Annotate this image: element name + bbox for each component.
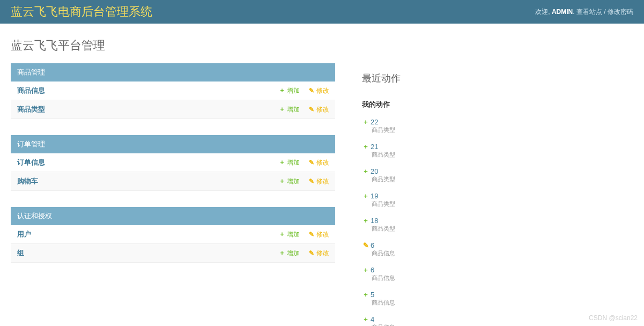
model-link[interactable]: 订单信息 bbox=[17, 158, 45, 166]
change-action: ✎修改 bbox=[306, 82, 335, 100]
plus-icon: + bbox=[278, 249, 286, 257]
model-actions: +增加✎修改 bbox=[276, 154, 335, 172]
plus-icon: + bbox=[362, 315, 369, 323]
recent-actions-subtitle: 我的动作 bbox=[351, 93, 633, 115]
model-name-cell: 组 bbox=[11, 244, 276, 262]
recent-action-link[interactable]: 22 bbox=[371, 118, 378, 126]
model-link[interactable]: 用户 bbox=[17, 230, 31, 238]
model-name-cell: 购物车 bbox=[11, 172, 276, 190]
change-action: ✎修改 bbox=[306, 101, 335, 118]
model-link[interactable]: 组 bbox=[17, 249, 24, 257]
main-column: 商品管理商品信息+增加✎修改商品类型+增加✎修改订单管理订单信息+增加✎修改购物… bbox=[11, 63, 335, 279]
change-link[interactable]: ✎修改 bbox=[308, 87, 329, 94]
recent-action-item: +21商品类型 bbox=[362, 139, 623, 164]
recent-action-link[interactable]: 18 bbox=[371, 217, 378, 225]
add-action: +增加 bbox=[276, 101, 306, 118]
recent-action-type: 商品信息 bbox=[362, 323, 623, 326]
pencil-icon: ✎ bbox=[308, 106, 315, 113]
plus-icon: + bbox=[278, 231, 286, 238]
plus-icon: + bbox=[362, 217, 369, 225]
recent-action-link[interactable]: 5 bbox=[371, 291, 374, 299]
change-action: ✎修改 bbox=[306, 173, 335, 190]
model-row: 组+增加✎修改 bbox=[11, 244, 335, 263]
brand-link[interactable]: 蓝云飞飞电商后台管理系统 bbox=[11, 4, 152, 20]
recent-action-item: +18商品类型 bbox=[362, 213, 623, 238]
recent-action-link[interactable]: 19 bbox=[371, 192, 378, 200]
change-link[interactable]: ✎修改 bbox=[308, 177, 329, 185]
recent-action-line1: +19 bbox=[362, 192, 623, 200]
change-password-link[interactable]: 修改密码 bbox=[608, 8, 633, 16]
pencil-icon: ✎ bbox=[308, 177, 315, 185]
recent-actions-list: +22商品类型+21商品类型+20商品类型+19商品类型+18商品类型✎6商品信… bbox=[351, 115, 633, 326]
add-link[interactable]: +增加 bbox=[278, 87, 300, 94]
user-links: 欢迎, ADMIN. 查看站点 / 修改密码 bbox=[535, 8, 633, 17]
recent-action-line1: +22 bbox=[362, 118, 623, 126]
add-action: +增加 bbox=[276, 244, 306, 262]
pencil-icon: ✎ bbox=[308, 87, 315, 94]
recent-action-item: +5商品信息 bbox=[362, 287, 623, 312]
pencil-icon: ✎ bbox=[308, 231, 315, 238]
plus-icon: + bbox=[278, 87, 286, 94]
recent-action-type: 商品类型 bbox=[362, 200, 623, 208]
recent-action-type: 商品类型 bbox=[362, 175, 623, 183]
recent-action-type: 商品信息 bbox=[362, 249, 623, 257]
recent-action-item: +22商品类型 bbox=[362, 115, 623, 139]
app-caption-link[interactable]: 订单管理 bbox=[17, 140, 45, 148]
model-name-cell: 用户 bbox=[11, 225, 276, 243]
change-action: ✎修改 bbox=[306, 226, 335, 243]
welcome-text: 欢迎, bbox=[535, 8, 550, 16]
recent-action-type: 商品类型 bbox=[362, 225, 623, 233]
link-sep: / bbox=[604, 8, 605, 16]
view-site-link[interactable]: 查看站点 bbox=[576, 8, 602, 16]
model-actions: +增加✎修改 bbox=[276, 173, 335, 190]
app-caption: 认证和授权 bbox=[11, 207, 335, 225]
pencil-icon: ✎ bbox=[308, 249, 315, 257]
recent-action-link[interactable]: 4 bbox=[371, 315, 374, 323]
add-action: +增加 bbox=[276, 82, 306, 100]
change-link[interactable]: ✎修改 bbox=[308, 159, 329, 166]
add-link[interactable]: +增加 bbox=[278, 159, 300, 166]
app-caption-link[interactable]: 认证和授权 bbox=[17, 212, 52, 220]
app-module: 认证和授权用户+增加✎修改组+增加✎修改 bbox=[11, 207, 335, 263]
recent-action-link[interactable]: 21 bbox=[371, 143, 378, 151]
recent-action-item: ✎6商品信息 bbox=[362, 238, 623, 263]
plus-icon: + bbox=[278, 177, 286, 185]
recent-action-line1: ✎6 bbox=[362, 241, 623, 249]
recent-action-item: +6商品信息 bbox=[362, 263, 623, 287]
recent-action-link[interactable]: 6 bbox=[371, 266, 374, 274]
model-row: 购物车+增加✎修改 bbox=[11, 172, 335, 191]
model-actions: +增加✎修改 bbox=[276, 226, 335, 243]
recent-action-link[interactable]: 20 bbox=[371, 167, 378, 175]
model-actions: +增加✎修改 bbox=[276, 101, 335, 118]
change-link[interactable]: ✎修改 bbox=[308, 249, 329, 257]
plus-icon: + bbox=[362, 266, 369, 274]
add-action: +增加 bbox=[276, 154, 306, 172]
plus-icon: + bbox=[278, 106, 286, 113]
model-name-cell: 商品信息 bbox=[11, 82, 276, 100]
add-link[interactable]: +增加 bbox=[278, 249, 300, 257]
pencil-icon: ✎ bbox=[362, 241, 369, 249]
add-link[interactable]: +增加 bbox=[278, 106, 300, 113]
model-link[interactable]: 购物车 bbox=[17, 177, 38, 185]
change-link[interactable]: ✎修改 bbox=[308, 106, 329, 113]
model-actions: +增加✎修改 bbox=[276, 82, 335, 100]
change-link[interactable]: ✎修改 bbox=[308, 231, 329, 238]
app-caption: 订单管理 bbox=[11, 135, 335, 153]
add-link[interactable]: +增加 bbox=[278, 177, 300, 185]
app-caption: 商品管理 bbox=[11, 63, 335, 82]
plus-icon: + bbox=[362, 291, 369, 299]
add-link[interactable]: +增加 bbox=[278, 231, 300, 238]
plus-icon: + bbox=[362, 143, 369, 151]
app-caption-link[interactable]: 商品管理 bbox=[17, 68, 45, 76]
model-row: 商品类型+增加✎修改 bbox=[11, 100, 335, 119]
model-link[interactable]: 商品信息 bbox=[17, 86, 45, 94]
recent-action-line1: +5 bbox=[362, 291, 623, 299]
model-link[interactable]: 商品类型 bbox=[17, 105, 45, 113]
change-action: ✎修改 bbox=[306, 154, 335, 172]
recent-action-link[interactable]: 6 bbox=[371, 241, 374, 249]
sidebar: 最近动作 我的动作 +22商品类型+21商品类型+20商品类型+19商品类型+1… bbox=[351, 63, 633, 326]
recent-action-item: +19商品类型 bbox=[362, 189, 623, 213]
recent-action-line1: +4 bbox=[362, 315, 623, 323]
plus-icon: + bbox=[362, 118, 369, 126]
recent-action-line1: +6 bbox=[362, 266, 623, 274]
